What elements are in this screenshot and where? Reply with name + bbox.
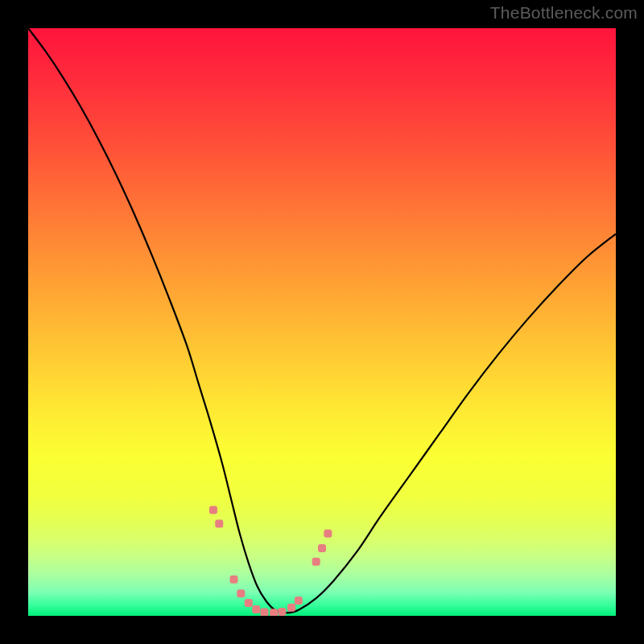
bottleneck-curve: [28, 28, 616, 613]
data-marker: [318, 544, 326, 552]
plot-area: [28, 28, 616, 616]
curve-svg: [28, 28, 616, 616]
data-marker: [215, 519, 223, 527]
data-marker: [245, 599, 253, 607]
data-marker: [295, 597, 303, 605]
data-marker: [209, 506, 217, 514]
data-marker: [287, 604, 295, 612]
chart-frame: TheBottleneck.com: [0, 0, 644, 644]
data-marker: [324, 530, 332, 538]
data-marker: [270, 609, 278, 616]
watermark-text: TheBottleneck.com: [490, 3, 638, 23]
data-marker: [278, 608, 286, 616]
data-marker: [230, 576, 238, 584]
data-marker: [312, 558, 320, 566]
data-marker: [252, 605, 260, 613]
data-marker: [260, 609, 268, 616]
data-marker: [237, 589, 245, 597]
